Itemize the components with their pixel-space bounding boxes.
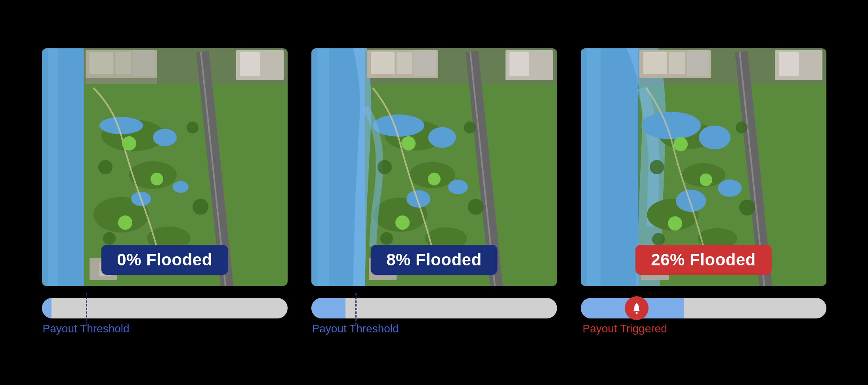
progress-bar-wrapper-0pct [42,297,288,319]
svg-point-44 [406,190,430,208]
progress-area-8pct: Payout Threshold [311,297,557,337]
panel-0pct: 0% Flooded Payout Threshold [42,48,288,337]
progress-bar-fill-8pct [311,298,346,318]
map-image-8pct: 8% Flooded [311,48,557,286]
svg-point-13 [99,117,143,134]
flood-badge-0pct: 0% Flooded [101,245,228,275]
svg-point-27 [122,136,136,151]
svg-point-54 [380,232,393,245]
svg-rect-77 [779,52,799,76]
svg-point-42 [373,114,424,137]
svg-rect-3 [48,48,58,286]
svg-point-14 [153,129,177,146]
threshold-label-8pct: Payout Threshold [312,322,399,335]
panel-8pct: 8% Flooded Payout Threshold [311,48,557,337]
panels-container: 0% Flooded Payout Threshold [18,32,850,353]
progress-bar-track-26pct [581,298,826,318]
threshold-dashed-line-8pct [355,293,357,325]
svg-rect-64 [669,52,685,74]
svg-point-23 [98,160,113,174]
threshold-label-0pct: Payout Threshold [43,322,130,335]
map-image-26pct: 26% Flooded [581,48,826,286]
progress-bar-fill-0pct [42,298,52,318]
svg-rect-49 [509,52,529,76]
svg-rect-61 [587,48,601,286]
svg-point-45 [448,180,468,194]
progress-bar-wrapper-26pct [581,297,826,319]
svg-point-57 [395,215,410,230]
svg-rect-33 [317,48,329,286]
panel-26pct: 26% Flooded [581,48,826,337]
svg-point-51 [378,160,392,174]
svg-point-86 [636,312,638,314]
svg-point-53 [468,199,484,215]
svg-point-80 [736,122,748,133]
svg-point-52 [464,122,476,133]
svg-point-16 [173,181,189,193]
svg-point-29 [118,215,132,230]
progress-area-26pct: Payout Triggered [581,297,826,337]
svg-point-70 [641,112,701,139]
svg-point-71 [699,126,731,149]
svg-rect-8 [86,50,157,84]
svg-point-72 [676,190,706,212]
svg-point-24 [187,122,198,133]
svg-point-82 [652,233,665,246]
progress-bar-track-0pct [42,298,288,318]
map-image-0pct: 0% Flooded [42,48,288,286]
svg-point-25 [193,199,208,215]
svg-rect-20 [240,52,260,76]
svg-point-26 [103,232,116,245]
svg-rect-63 [643,52,667,74]
triggered-label-26pct: Payout Triggered [582,322,667,335]
svg-rect-36 [397,52,412,74]
svg-rect-65 [687,50,709,76]
svg-rect-35 [371,52,395,74]
svg-rect-37 [414,50,436,76]
flood-badge-26pct: 26% Flooded [635,245,772,275]
svg-point-79 [650,160,664,174]
progress-area-0pct: Payout Threshold [42,297,288,337]
svg-point-85 [668,216,682,231]
flood-badge-8pct: 8% Flooded [370,245,498,275]
svg-point-28 [151,173,163,185]
progress-bar-track-8pct [311,298,557,318]
svg-point-56 [428,173,441,185]
svg-point-83 [673,137,688,151]
threshold-dashed-line-0pct [86,293,87,325]
svg-point-43 [428,127,456,148]
svg-point-84 [700,173,712,186]
svg-point-55 [401,136,416,151]
svg-point-81 [739,200,755,215]
svg-point-73 [718,179,742,197]
progress-bar-wrapper-8pct [311,297,557,319]
bell-trigger-icon [625,296,649,320]
bell-circle [625,296,649,320]
